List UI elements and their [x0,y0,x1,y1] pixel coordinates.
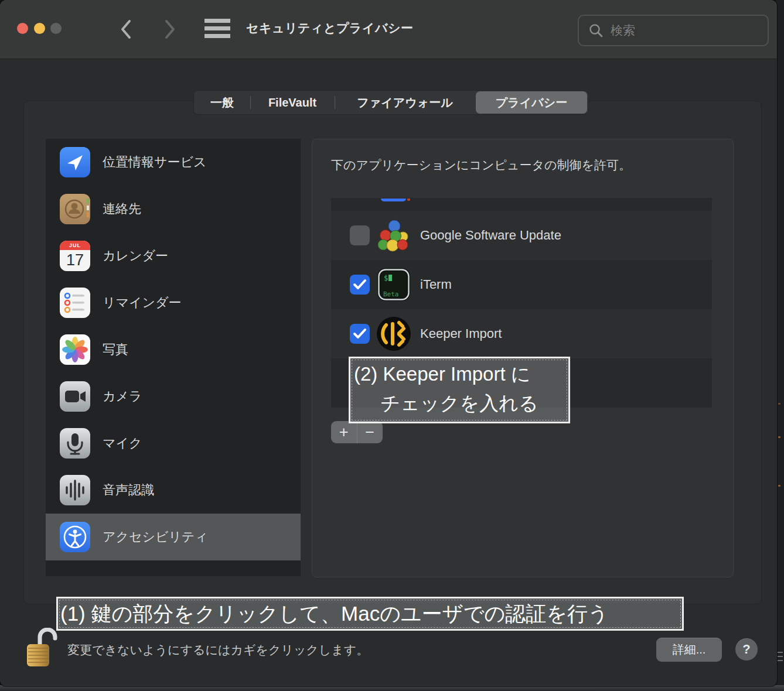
search-input[interactable]: 検索 [578,15,769,46]
app-row-iterm: $ Beta iTerm [331,260,712,309]
microphone-icon [60,428,90,459]
sidebar-item-contacts[interactable]: 連絡先 [46,186,301,232]
sidebar-item-label: 写真 [103,341,128,358]
svg-text:$: $ [384,274,388,282]
annotation-step2-line2: チェックを入れる [350,389,568,418]
title-bar: セキュリティとプライバシー 検索 [0,0,777,59]
lock-instruction-text: 変更できないようにするにはカギをクリックします。 [67,642,369,658]
background-window-sliver [776,0,784,691]
sidebar-item-label: 連絡先 [103,200,141,218]
tab-firewall[interactable]: ファイアウォール [335,91,475,114]
tab-filevault[interactable]: FileVault [250,91,335,114]
screen: セキュリティとプライバシー 検索 一般 FileVault ファイアウォール プ… [0,0,784,691]
show-all-preferences-icon[interactable] [204,19,230,38]
sidebar-item-photos[interactable]: 写真 [46,326,301,373]
tab-privacy[interactable]: プライバシー [476,91,587,114]
app-name: Google Software Update [420,228,561,243]
app-row-partial [331,198,712,211]
sidebar-item-speech-recognition[interactable]: 音声認識 [46,467,301,514]
zoom-window-button[interactable] [50,23,62,34]
search-icon [588,23,604,38]
sidebar-item-label: リマインダー [103,294,182,312]
sidebar-item-reminders[interactable]: リマインダー [46,279,301,326]
svg-text:Beta: Beta [383,290,399,298]
location-services-icon [60,147,90,177]
minimize-window-button[interactable] [34,23,45,34]
app-row-google-software-update: Google Software Update [331,211,712,260]
search-placeholder: 検索 [611,22,635,39]
tab-bar: 一般 FileVault ファイアウォール プライバシー [193,90,589,115]
sidebar-item-calendar[interactable]: JUL 17 カレンダー [46,232,301,279]
accessibility-icon [60,522,90,552]
close-window-button[interactable] [17,23,28,34]
reminders-icon [60,288,90,318]
sidebar-item-label: カメラ [103,388,142,405]
add-app-button[interactable]: + [331,421,357,443]
sidebar-item-label: アクセシビリティ [103,528,208,546]
google-software-update-icon [376,217,412,254]
app-row-keeper-import: Keeper Import [331,309,712,358]
sidebar-item-microphone[interactable]: マイク [46,420,301,467]
speech-recognition-icon [60,475,90,505]
sidebar-item-label: 音声認識 [103,481,154,499]
panel-description: 下のアプリケーションにコンピュータの制御を許可。 [331,157,631,173]
app-name: iTerm [420,277,452,292]
contacts-icon [60,194,90,224]
sidebar-item-label: カレンダー [103,247,168,265]
sidebar-item-accessibility[interactable]: アクセシビリティ [46,514,301,560]
annotation-step2-line1: (2) Keeper Import に [350,360,568,389]
security-privacy-window: セキュリティとプライバシー 検索 一般 FileVault ファイアウォール プ… [0,0,777,686]
annotation-step1: (1) 鍵の部分をクリックして、Macのユーザでの認証を行う [56,597,684,631]
checkbox-keeper-import[interactable] [350,324,370,344]
partial-icon-sliver [407,199,410,201]
add-remove-control: + − [331,421,383,443]
iterm-icon: $ Beta [376,266,412,303]
sidebar-item-location-services[interactable]: 位置情報サービス [46,139,301,186]
forward-button[interactable] [162,18,178,41]
window-title: セキュリティとプライバシー [246,20,413,36]
details-button[interactable]: 詳細... [656,638,722,662]
checkbox-google-software-update[interactable] [350,225,370,245]
calendar-icon: JUL 17 [60,241,90,271]
sidebar-item-camera[interactable]: カメラ [46,373,301,420]
partial-checkbox-sliver [381,199,406,201]
annotation-step2: (2) Keeper Import に チェックを入れる [349,357,570,423]
sidebar-item-label: 位置情報サービス [103,153,207,171]
sidebar-item-label: マイク [103,435,142,452]
photos-icon [60,334,90,365]
privacy-category-list: 位置情報サービス 連絡先 JUL [46,139,301,576]
unlocked-padlock-icon[interactable] [22,628,59,669]
tab-general[interactable]: 一般 [194,91,250,114]
camera-icon [60,381,90,412]
keeper-import-icon [376,316,412,352]
checkbox-iterm[interactable] [350,275,370,295]
app-name: Keeper Import [420,326,502,341]
help-button[interactable]: ? [735,638,758,661]
back-button[interactable] [118,18,134,41]
remove-app-button[interactable]: − [357,421,383,443]
